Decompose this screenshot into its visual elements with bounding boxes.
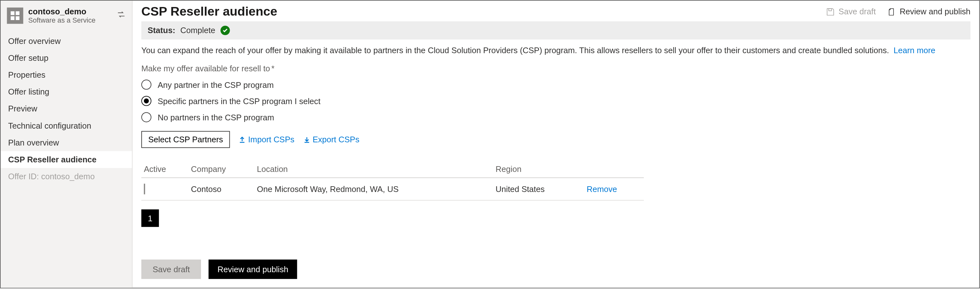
row-remove-link[interactable]: Remove	[587, 184, 646, 194]
main-content: CSP Reseller audience Save draft Review …	[132, 1, 979, 288]
download-icon	[303, 136, 310, 143]
radio-label: No partners in the CSP program	[158, 112, 274, 122]
col-active: Active	[144, 164, 191, 174]
publish-icon	[887, 7, 896, 16]
table-body: ContosoOne Microsoft Way, Redmond, WA, U…	[141, 178, 644, 201]
row-region: United States	[496, 184, 587, 194]
sidebar-item-csp-reseller-audience[interactable]: CSP Reseller audience	[1, 151, 132, 168]
col-company: Company	[191, 164, 257, 174]
svg-rect-0	[11, 11, 14, 15]
page-1-button[interactable]: 1	[141, 209, 159, 227]
export-csps-link[interactable]: Export CSPs	[303, 135, 359, 144]
resell-field-label: Make my offer available for resell to*	[141, 64, 970, 74]
review-publish-top-label: Review and publish	[900, 7, 970, 17]
svg-rect-3	[16, 16, 19, 20]
sidebar-item-preview[interactable]: Preview	[1, 100, 132, 117]
page-title: CSP Reseller audience	[141, 5, 277, 19]
radio-label: Specific partners in the CSP program I s…	[158, 96, 320, 106]
sidebar-item-offer-overview[interactable]: Offer overview	[1, 32, 132, 49]
learn-more-link[interactable]: Learn more	[894, 46, 935, 55]
review-publish-top[interactable]: Review and publish	[887, 7, 970, 17]
sidebar-item-properties[interactable]: Properties	[1, 66, 132, 84]
status-value: Complete	[180, 26, 215, 35]
sidebar-item-offer-listing[interactable]: Offer listing	[1, 84, 132, 100]
status-label: Status:	[148, 26, 175, 35]
row-location: One Microsoft Way, Redmond, WA, US	[257, 184, 495, 194]
radio-circle	[141, 112, 151, 122]
pager: 1	[141, 209, 970, 227]
csp-table: Active Company Location Region ContosoOn…	[141, 160, 644, 201]
import-csps-link[interactable]: Import CSPs	[239, 135, 294, 144]
col-region: Region	[496, 164, 587, 174]
col-location: Location	[257, 164, 495, 174]
upload-icon	[239, 136, 246, 143]
save-draft-button: Save draft	[141, 259, 201, 279]
sidebar-header: contoso_demo Software as a Service	[1, 5, 132, 30]
row-active-checkbox[interactable]	[144, 184, 145, 194]
resell-radio-group: Any partner in the CSP programSpecific p…	[141, 80, 970, 122]
table-row: ContosoOne Microsoft Way, Redmond, WA, U…	[141, 178, 644, 201]
intro-text: You can expand the reach of your offer b…	[141, 46, 970, 55]
sidebar-nav: Offer overviewOffer setupPropertiesOffer…	[1, 32, 132, 168]
sidebar: contoso_demo Software as a Service Offer…	[1, 1, 132, 288]
top-actions: Save draft Review and publish	[826, 7, 970, 17]
product-icon	[7, 7, 23, 24]
footer-actions: Save draft Review and publish	[141, 247, 970, 279]
sidebar-item-plan-overview[interactable]: Plan overview	[1, 134, 132, 151]
resell-option-2[interactable]: No partners in the CSP program	[141, 112, 970, 122]
review-publish-button[interactable]: Review and publish	[208, 259, 297, 279]
export-csps-label: Export CSPs	[313, 135, 360, 144]
import-csps-label: Import CSPs	[248, 135, 294, 144]
select-csp-partners-button[interactable]: Select CSP Partners	[141, 131, 230, 148]
resell-option-0[interactable]: Any partner in the CSP program	[141, 80, 970, 90]
svg-rect-2	[11, 16, 14, 20]
status-check-icon	[220, 26, 230, 35]
svg-rect-1	[16, 11, 19, 15]
save-draft-top: Save draft	[826, 7, 876, 17]
sidebar-item-offer-setup[interactable]: Offer setup	[1, 50, 132, 66]
table-header: Active Company Location Region	[141, 160, 644, 178]
product-title: contoso_demo	[29, 7, 96, 17]
resell-option-1[interactable]: Specific partners in the CSP program I s…	[141, 96, 970, 106]
offer-id-label: Offer ID: contoso_demo	[1, 168, 132, 185]
csp-actions-row: Select CSP Partners Import CSPs Export C…	[141, 131, 970, 148]
sidebar-title-block: contoso_demo Software as a Service	[29, 7, 96, 24]
page-header-row: CSP Reseller audience Save draft Review …	[141, 5, 970, 21]
product-subtitle: Software as a Service	[29, 16, 96, 24]
radio-circle	[141, 80, 151, 90]
radio-label: Any partner in the CSP program	[158, 80, 274, 89]
intro-body: You can expand the reach of your offer b…	[141, 46, 889, 55]
save-draft-top-label: Save draft	[839, 7, 876, 17]
save-icon	[826, 7, 835, 16]
status-bar: Status: Complete	[141, 21, 970, 40]
switch-icon[interactable]	[117, 10, 126, 21]
radio-circle	[141, 96, 151, 106]
sidebar-item-technical-configuration[interactable]: Technical configuration	[1, 117, 132, 134]
svg-rect-4	[829, 8, 832, 11]
row-company: Contoso	[191, 184, 257, 194]
